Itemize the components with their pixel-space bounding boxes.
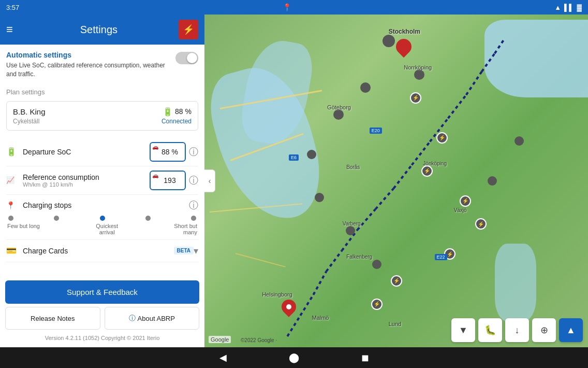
wifi-icon: ▲ — [554, 4, 561, 11]
copyright-text: ©2022 Google · — [241, 337, 277, 343]
auto-settings-toggle[interactable] — [175, 52, 198, 64]
app-logo: ⚡ — [179, 20, 198, 39]
reference-consumption-info[interactable]: ⓘ — [189, 174, 198, 187]
panel-content: Automatic settings Use Live SoC, calibra… — [0, 45, 204, 276]
vehicle-name: B.B. King — [13, 107, 46, 116]
malmo-label: Malmö — [312, 315, 329, 321]
vehicle-battery-icon: 🔋 — [163, 107, 173, 117]
panel-footer: Support & Feedback Release Notes ⓘ About… — [0, 276, 204, 347]
version-text: Version 4.2.11 (1052) Copyright © 2021 I… — [5, 333, 199, 343]
charging-stops-info[interactable]: ⓘ — [189, 199, 198, 211]
soc-icon: 🔋 — [6, 147, 23, 157]
debug-button[interactable]: 🐛 — [478, 318, 502, 342]
steering-icon: ⊕ — [540, 324, 548, 336]
map-pin-orebro — [360, 82, 371, 93]
car-small-icon: 🚗 — [152, 144, 158, 150]
slider-dot-3[interactable] — [145, 216, 151, 221]
road-label-e6: E6 — [289, 154, 299, 161]
svg-line-0 — [287, 316, 300, 336]
vehicle-card[interactable]: B.B. King 🔋 88 % Cykelställ Connected — [6, 101, 198, 131]
departure-soc-row: 🔋 Departure SoC 🚗 88 % ⓘ — [6, 138, 198, 166]
car-small-icon2: 🚗 — [152, 173, 158, 178]
map-pin-gothenburg — [333, 109, 344, 120]
slider-dot-1[interactable] — [54, 216, 59, 221]
boras-label: Borås — [346, 164, 360, 170]
location-button[interactable]: ▲ — [559, 318, 583, 342]
download-icon: ↓ — [515, 325, 520, 336]
helsingborg-label: Helsingborg — [262, 291, 292, 298]
slider-dot-0[interactable] — [8, 216, 13, 221]
battery-icon: ▓ — [577, 4, 582, 11]
chevron-down-icon: ▾ — [194, 245, 198, 257]
signal-icon: ▌▌ — [564, 4, 574, 11]
map-pin-vastervik — [488, 176, 497, 186]
nav-back-button[interactable]: ◀ — [219, 352, 227, 363]
collapse-panel-button[interactable]: ‹ — [204, 169, 215, 192]
about-abrp-button[interactable]: ⓘ About ABRP — [105, 307, 200, 330]
reference-consumption-label: Reference consumption Wh/km @ 110 km/h — [23, 173, 146, 188]
slider-dot-2[interactable] — [100, 216, 105, 221]
lund-label: Lund — [389, 321, 401, 327]
charge-pin-7: ⚡ — [391, 275, 402, 287]
charging-stops-icon: 📍 — [6, 201, 23, 209]
svg-line-3 — [326, 251, 342, 272]
vehicle-battery-percent: 88 % — [175, 107, 192, 116]
status-satellite-icon: 📍 — [283, 3, 291, 11]
svg-line-12 — [482, 53, 495, 72]
reference-consumption-box[interactable]: 🚗 193 — [150, 171, 186, 190]
nav-home-button[interactable]: ⬤ — [289, 352, 299, 363]
map-area[interactable]: ⚡ ⚡ ⚡ ⚡ ⚡ ⚡ ⚡ ⚡ Stockholm Göteborg Norrk… — [204, 15, 588, 347]
departure-soc-label: Departure SoC — [23, 148, 146, 156]
automatic-settings-row: Automatic settings Use Live SoC, calibra… — [6, 51, 198, 84]
departure-soc-box[interactable]: 🚗 88 % — [150, 142, 186, 162]
settings-panel: ≡ Settings ⚡ Automatic settings Use Live… — [0, 15, 204, 347]
release-notes-button[interactable]: Release Notes — [5, 307, 100, 330]
vaxjo-label: Växjö — [454, 207, 467, 213]
falkenberg-label: Falkenberg — [346, 254, 372, 260]
charge-cards-label: Charge Cards — [23, 247, 171, 255]
slider-label-left: Few but long — [7, 223, 40, 235]
slider-label-center: Quickestarrival — [96, 223, 118, 235]
departure-soc-value: 88 % — [161, 148, 178, 156]
logo-icon: ⚡ — [183, 24, 194, 35]
charge-pin-4: ⚡ — [460, 195, 471, 207]
settings-button[interactable]: ⊕ — [532, 318, 556, 342]
charge-cards-row[interactable]: 💳 Charge Cards BETA ▾ — [6, 240, 198, 262]
reference-consumption-row: 📈 Reference consumption Wh/km @ 110 km/h… — [6, 166, 198, 195]
about-icon: ⓘ — [129, 314, 136, 323]
back-button[interactable]: ≡ — [6, 23, 13, 36]
charge-cards-icon: 💳 — [6, 246, 23, 256]
support-feedback-button[interactable]: Support & Feedback — [5, 280, 199, 304]
svg-line-6 — [375, 188, 393, 209]
google-logo: Google — [209, 336, 231, 343]
map-pin-norrkoping — [414, 69, 424, 80]
svg-line-2 — [313, 272, 326, 295]
gothenburg-label: Göteborg — [327, 104, 351, 110]
svg-line-11 — [466, 72, 482, 95]
road-label-e20: E20 — [370, 128, 382, 134]
filter-button[interactable]: ▼ — [451, 318, 475, 342]
slider-dots[interactable] — [7, 216, 197, 221]
navigation-bar: ◀ ⬤ ◼ — [0, 347, 588, 368]
vehicle-subtitle: Cykelställ — [13, 118, 39, 125]
map-pin-falkenberg — [372, 260, 381, 269]
map-background: ⚡ ⚡ ⚡ ⚡ ⚡ ⚡ ⚡ ⚡ Stockholm Göteborg Norrk… — [204, 15, 588, 347]
vehicle-status: Connected — [161, 118, 192, 125]
road-label-e22: E22 — [435, 254, 447, 260]
map-pin-norkoping2 — [514, 136, 524, 146]
map-toolbar: ▼ 🐛 ↓ ⊕ ▲ — [451, 318, 583, 342]
download-button[interactable]: ↓ — [505, 318, 529, 342]
slider-dot-4[interactable] — [191, 216, 196, 221]
panel-header: ≡ Settings ⚡ — [0, 15, 204, 45]
status-bar: 3:57 📍 ▲ ▌▌ ▓ — [0, 0, 588, 15]
departure-soc-info[interactable]: ⓘ — [189, 146, 198, 158]
svg-line-7 — [393, 165, 411, 188]
norrkoping-label: Norrköping — [404, 64, 432, 70]
reference-consumption-value: 193 — [164, 176, 175, 185]
charge-pin-3: ⚡ — [421, 165, 433, 177]
charge-pin-5: ⚡ — [475, 218, 487, 230]
svg-line-5 — [357, 209, 375, 230]
nav-recent-button[interactable]: ◼ — [361, 352, 369, 363]
auto-settings-title: Automatic settings — [6, 51, 170, 59]
stockholm-label: Stockholm — [389, 28, 420, 35]
